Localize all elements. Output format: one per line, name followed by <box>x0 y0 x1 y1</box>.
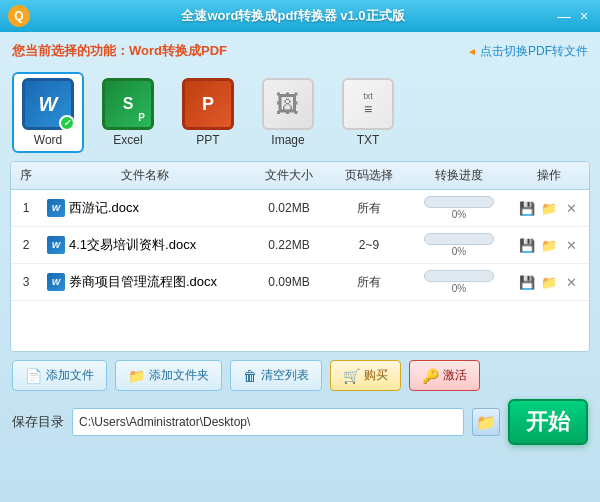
close-button[interactable]: × <box>576 8 592 24</box>
word-check-mark: ✓ <box>59 115 75 131</box>
row3-size: 0.09MB <box>249 275 329 289</box>
row3-progress-bar <box>424 270 494 282</box>
table-row: 3 W 券商项目管理流程图.docx 0.09MB 所有 0% 💾 📁 ✕ <box>11 264 589 301</box>
row2-index: 2 <box>11 238 41 252</box>
activate-button[interactable]: 🔑 激活 <box>409 360 480 391</box>
title-bar: Q 全速word转换成pdf转换器 v1.0正式版 — × <box>0 0 600 32</box>
buy-icon: 🛒 <box>343 368 360 384</box>
row2-pages[interactable]: 2~9 <box>329 238 409 252</box>
row2-progress-text: 0% <box>413 246 505 257</box>
excel-icon-box: S P <box>102 78 154 130</box>
col-progress: 转换进度 <box>409 167 509 184</box>
row1-folder-icon[interactable]: 📁 <box>540 199 558 217</box>
format-word[interactable]: W ✓ Word <box>12 72 84 153</box>
row3-pages[interactable]: 所有 <box>329 274 409 291</box>
add-file-button[interactable]: 📄 添加文件 <box>12 360 107 391</box>
row3-filename: 券商项目管理流程图.docx <box>69 273 217 291</box>
word-icon-box: W ✓ <box>22 78 74 130</box>
buy-label: 购买 <box>364 367 388 384</box>
table-empty-area <box>11 301 589 351</box>
txt-label: TXT <box>357 133 380 147</box>
row1-filename-cell: W 西游记.docx <box>41 199 249 217</box>
minimize-button[interactable]: — <box>556 8 572 24</box>
ppt-label: PPT <box>196 133 219 147</box>
function-name: Word转换成PDF <box>129 43 227 58</box>
row3-file-icon: W <box>47 273 65 291</box>
row1-progress-text: 0% <box>413 209 505 220</box>
row1-delete-icon[interactable]: ✕ <box>562 199 580 217</box>
top-bar: 您当前选择的功能：Word转换成PDF 点击切换PDF转文件 <box>6 38 594 64</box>
table-header: 序 文件名称 文件大小 页码选择 转换进度 操作 <box>11 162 589 190</box>
row3-progress-cell: 0% <box>409 270 509 294</box>
file-table: 序 文件名称 文件大小 页码选择 转换进度 操作 1 W 西游记.docx 0.… <box>10 161 590 352</box>
save-section: 保存目录 📁 开始 <box>6 395 594 449</box>
add-file-label: 添加文件 <box>46 367 94 384</box>
format-txt[interactable]: txt ≡ TXT <box>332 74 404 151</box>
row2-filename-cell: W 4.1交易培训资料.docx <box>41 236 249 254</box>
col-action: 操作 <box>509 167 589 184</box>
table-row: 2 W 4.1交易培训资料.docx 0.22MB 2~9 0% 💾 📁 ✕ <box>11 227 589 264</box>
current-function-label: 您当前选择的功能：Word转换成PDF <box>12 42 227 60</box>
app-title: 全速word转换成pdf转换器 v1.0正式版 <box>30 7 556 25</box>
row3-folder-icon[interactable]: 📁 <box>540 273 558 291</box>
row1-pages[interactable]: 所有 <box>329 200 409 217</box>
row1-save-icon[interactable]: 💾 <box>518 199 536 217</box>
main-container: 您当前选择的功能：Word转换成PDF 点击切换PDF转文件 W ✓ Word … <box>0 32 600 502</box>
clear-icon: 🗑 <box>243 368 257 384</box>
browse-folder-button[interactable]: 📁 <box>472 408 500 436</box>
row2-size: 0.22MB <box>249 238 329 252</box>
format-ppt[interactable]: P PPT <box>172 74 244 151</box>
buy-button[interactable]: 🛒 购买 <box>330 360 401 391</box>
col-pages: 页码选择 <box>329 167 409 184</box>
row1-file-icon: W <box>47 199 65 217</box>
activate-label: 激活 <box>443 367 467 384</box>
row2-filename: 4.1交易培训资料.docx <box>69 236 196 254</box>
row2-save-icon[interactable]: 💾 <box>518 236 536 254</box>
image-icon-box: 🖼 <box>262 78 314 130</box>
switch-mode-button[interactable]: 点击切换PDF转文件 <box>467 43 588 60</box>
row2-progress-bar <box>424 233 494 245</box>
row3-filename-cell: W 券商项目管理流程图.docx <box>41 273 249 291</box>
word-label: Word <box>34 133 62 147</box>
row1-size: 0.02MB <box>249 201 329 215</box>
clear-list-button[interactable]: 🗑 清空列表 <box>230 360 322 391</box>
row2-folder-icon[interactable]: 📁 <box>540 236 558 254</box>
add-folder-label: 添加文件夹 <box>149 367 209 384</box>
function-prefix: 您当前选择的功能： <box>12 43 129 58</box>
row1-actions: 💾 📁 ✕ <box>509 199 589 217</box>
row2-file-icon: W <box>47 236 65 254</box>
row3-progress-text: 0% <box>413 283 505 294</box>
ppt-icon-box: P <box>182 78 234 130</box>
txt-icon-box: txt ≡ <box>342 78 394 130</box>
row2-progress-cell: 0% <box>409 233 509 257</box>
bottom-buttons: 📄 添加文件 📁 添加文件夹 🗑 清空列表 🛒 购买 🔑 激活 <box>6 352 594 395</box>
activate-icon: 🔑 <box>422 368 439 384</box>
window-controls: — × <box>556 8 592 24</box>
format-excel[interactable]: S P Excel <box>92 74 164 151</box>
col-index: 序 <box>11 167 41 184</box>
add-folder-button[interactable]: 📁 添加文件夹 <box>115 360 222 391</box>
start-button[interactable]: 开始 <box>508 399 588 445</box>
table-row: 1 W 西游记.docx 0.02MB 所有 0% 💾 📁 ✕ <box>11 190 589 227</box>
row1-progress-cell: 0% <box>409 196 509 220</box>
save-path-input[interactable] <box>72 408 464 436</box>
app-logo: Q <box>8 5 30 27</box>
save-label: 保存目录 <box>12 413 64 431</box>
row3-index: 3 <box>11 275 41 289</box>
row3-actions: 💾 📁 ✕ <box>509 273 589 291</box>
format-row: W ✓ Word S P Excel P PPT 🖼 Image <box>6 68 594 161</box>
add-folder-icon: 📁 <box>128 368 145 384</box>
row1-filename: 西游记.docx <box>69 199 139 217</box>
format-image[interactable]: 🖼 Image <box>252 74 324 151</box>
col-size: 文件大小 <box>249 167 329 184</box>
row3-save-icon[interactable]: 💾 <box>518 273 536 291</box>
add-file-icon: 📄 <box>25 368 42 384</box>
row3-delete-icon[interactable]: ✕ <box>562 273 580 291</box>
excel-label: Excel <box>113 133 142 147</box>
row2-actions: 💾 📁 ✕ <box>509 236 589 254</box>
row1-progress-bar <box>424 196 494 208</box>
clear-label: 清空列表 <box>261 367 309 384</box>
col-filename: 文件名称 <box>41 167 249 184</box>
row2-delete-icon[interactable]: ✕ <box>562 236 580 254</box>
row1-index: 1 <box>11 201 41 215</box>
